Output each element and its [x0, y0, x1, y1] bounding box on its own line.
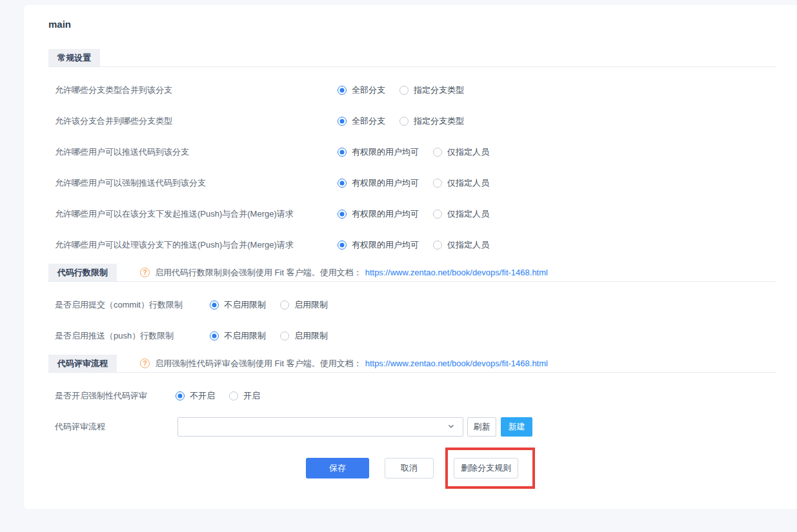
section-hint: ? 启用强制性代码评审会强制使用 Fit 客户端。使用文档： https://w… — [140, 355, 548, 372]
section-header-general: 常规设置 — [48, 49, 776, 67]
radio-option[interactable]: 仅指定人员 — [433, 208, 489, 220]
row-label: 是否启用提交（commit）行数限制 — [55, 299, 210, 311]
radio-option[interactable]: 仅指定人员 — [433, 177, 489, 189]
radio-icon[interactable] — [210, 331, 219, 340]
create-button[interactable]: 新建 — [501, 417, 532, 437]
radio-icon[interactable] — [433, 241, 442, 250]
row-label: 代码评审流程 — [55, 421, 177, 433]
radio-group: 有权限的用户均可 仅指定人员 — [338, 239, 503, 251]
radio-icon[interactable] — [338, 86, 347, 95]
delete-button-wrap: 删除分支规则 — [454, 458, 518, 478]
radio-icon[interactable] — [338, 148, 347, 157]
radio-icon[interactable] — [280, 300, 289, 310]
radio-icon[interactable] — [433, 179, 442, 188]
radio-option[interactable]: 全部分支 — [338, 84, 385, 96]
radio-icon[interactable] — [338, 241, 347, 250]
footer-actions: 保存 取消 删除分支规则 — [48, 458, 776, 478]
radio-option[interactable]: 开启 — [229, 390, 260, 402]
section-hint: ? 启用代码行数限制则会强制使用 Fit 客户端。使用文档： https://w… — [140, 264, 548, 281]
doc-link[interactable]: https://www.zentao.net/book/devops/fit-1… — [365, 268, 548, 277]
radio-icon[interactable] — [229, 391, 238, 400]
radio-option[interactable]: 指定分支类型 — [399, 115, 464, 127]
delete-branch-rule-button[interactable]: 删除分支规则 — [454, 458, 518, 478]
refresh-button[interactable]: 刷新 — [467, 417, 496, 437]
radio-option-label: 有权限的用户均可 — [352, 177, 419, 189]
radio-option-label: 启用限制 — [294, 299, 328, 311]
radio-group: 不启用限制 启用限制 — [210, 299, 342, 311]
section-tab-line-limit: 代码行数限制 — [48, 264, 117, 281]
row-label: 允许哪些分支类型合并到该分支 — [55, 84, 338, 96]
radio-icon[interactable] — [338, 117, 347, 126]
doc-link[interactable]: https://www.zentao.net/book/devops/fit-1… — [365, 359, 548, 368]
help-circle-icon: ? — [140, 359, 150, 368]
section-line-limit-rows: 是否启用提交（commit）行数限制 不启用限制 启用限制 是否启用推送（pus… — [48, 282, 776, 351]
radio-option[interactable]: 有权限的用户均可 — [338, 239, 419, 251]
radio-option[interactable]: 不启用限制 — [210, 299, 266, 311]
radio-option[interactable]: 有权限的用户均可 — [338, 146, 419, 158]
radio-option-label: 仅指定人员 — [447, 208, 489, 220]
radio-option-label: 不开启 — [190, 390, 215, 402]
row-label: 允许该分支合并到哪些分支类型 — [55, 115, 338, 127]
radio-option-label: 有权限的用户均可 — [352, 239, 419, 251]
radio-group: 有权限的用户均可 仅指定人员 — [338, 177, 503, 189]
form-row: 允许哪些分支类型合并到该分支 全部分支 指定分支类型 — [48, 75, 776, 106]
radio-icon[interactable] — [433, 148, 442, 157]
chevron-down-icon — [447, 422, 455, 432]
row-label: 是否启用推送（push）行数限制 — [55, 330, 210, 342]
radio-option[interactable]: 不启用限制 — [210, 330, 266, 342]
radio-option[interactable]: 有权限的用户均可 — [338, 177, 419, 189]
radio-icon[interactable] — [399, 117, 409, 126]
section-tab-review: 代码评审流程 — [48, 355, 117, 372]
radio-option[interactable]: 有权限的用户均可 — [338, 208, 419, 220]
hint-text: 启用强制性代码评审会强制使用 Fit 客户端。使用文档： — [155, 358, 362, 369]
radio-option-label: 不启用限制 — [224, 330, 266, 342]
section-header-review: 代码评审流程 ? 启用强制性代码评审会强制使用 Fit 客户端。使用文档： ht… — [48, 355, 776, 373]
radio-option[interactable]: 全部分支 — [338, 115, 385, 127]
form-row: 允许哪些用户可以处理该分支下的推送(Push)与合并(Merge)请求 有权限的… — [48, 230, 776, 261]
radio-option[interactable]: 仅指定人员 — [433, 146, 489, 158]
section-header-line-limit: 代码行数限制 ? 启用代码行数限制则会强制使用 Fit 客户端。使用文档： ht… — [48, 264, 776, 282]
radio-icon[interactable] — [433, 210, 442, 219]
radio-option-label: 全部分支 — [352, 84, 385, 96]
settings-card: main 常规设置 允许哪些分支类型合并到该分支 全部分支 指定分支类型 — [24, 5, 797, 509]
radio-option-label: 指定分支类型 — [414, 115, 464, 127]
row-label: 允许哪些用户可以在该分支下发起推送(Push)与合并(Merge)请求 — [55, 208, 338, 220]
cancel-button[interactable]: 取消 — [385, 458, 434, 478]
help-circle-icon: ? — [140, 268, 150, 277]
row-label: 是否开启强制性代码评审 — [55, 390, 176, 402]
save-button[interactable]: 保存 — [306, 458, 369, 478]
radio-icon[interactable] — [280, 331, 289, 340]
radio-option[interactable]: 启用限制 — [280, 299, 328, 311]
form-row: 允许哪些用户可以推送代码到该分支 有权限的用户均可 仅指定人员 — [48, 137, 776, 168]
radio-option-label: 不启用限制 — [224, 299, 266, 311]
hint-text: 启用代码行数限制则会强制使用 Fit 客户端。使用文档： — [155, 267, 362, 279]
radio-icon[interactable] — [338, 210, 347, 219]
radio-option[interactable]: 启用限制 — [280, 330, 328, 342]
radio-option-label: 有权限的用户均可 — [352, 208, 419, 220]
radio-group: 不启用限制 启用限制 — [210, 330, 342, 342]
radio-group: 不开启 开启 — [176, 390, 274, 402]
form-row: 允许该分支合并到哪些分支类型 全部分支 指定分支类型 — [48, 106, 776, 137]
radio-option[interactable]: 指定分支类型 — [399, 84, 464, 96]
radio-option-label: 仅指定人员 — [447, 146, 489, 158]
radio-icon[interactable] — [338, 179, 347, 188]
row-label: 允许哪些用户可以处理该分支下的推送(Push)与合并(Merge)请求 — [55, 239, 338, 251]
form-row: 是否启用推送（push）行数限制 不启用限制 启用限制 — [48, 320, 776, 351]
form-row: 是否开启强制性代码评审 不开启 开启 — [48, 380, 776, 411]
radio-option-label: 有权限的用户均可 — [352, 146, 419, 158]
radio-option-label: 开启 — [243, 390, 260, 402]
radio-icon[interactable] — [176, 391, 185, 400]
radio-option[interactable]: 不开启 — [176, 390, 215, 402]
radio-option-label: 仅指定人员 — [447, 239, 489, 251]
radio-option[interactable]: 仅指定人员 — [433, 239, 489, 251]
section-general-rows: 允许哪些分支类型合并到该分支 全部分支 指定分支类型 允许该分支合并到哪些分支类… — [48, 67, 776, 261]
radio-group: 全部分支 指定分支类型 — [338, 115, 478, 127]
radio-option-label: 仅指定人员 — [447, 177, 489, 189]
radio-icon[interactable] — [210, 300, 219, 310]
radio-option-label: 启用限制 — [294, 330, 328, 342]
section-tab-general: 常规设置 — [48, 49, 100, 66]
review-workflow-select[interactable] — [177, 417, 463, 437]
radio-icon[interactable] — [399, 86, 409, 95]
radio-option-label: 全部分支 — [352, 115, 385, 127]
page-title: main — [48, 17, 776, 32]
